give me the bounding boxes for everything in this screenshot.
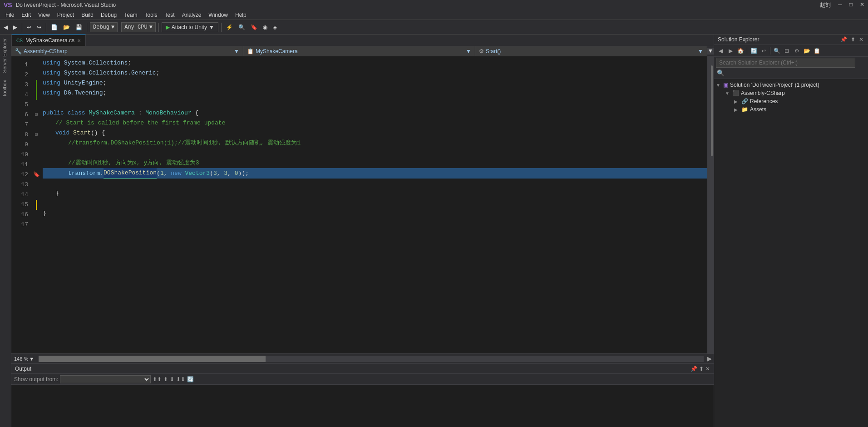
tree-item-assembly[interactable]: ▼ ⬛ Assembly-CSharp — [714, 89, 868, 97]
collapse-method-icon[interactable]: ⊟ — [35, 130, 38, 140]
toolbar-sep-4 — [158, 23, 159, 32]
output-header: Output 📌 ⬆ ✕ — [11, 364, 714, 374]
sol-back-button[interactable]: ◀ — [716, 46, 725, 55]
solution-pin-button[interactable]: 📌 — [839, 36, 848, 43]
sol-collapse-button[interactable]: ⊟ — [782, 46, 791, 55]
platform-dropdown[interactable]: Any CPU ▼ — [121, 22, 156, 32]
sol-forward-button[interactable]: ▶ — [726, 46, 735, 55]
tab-myshakecamera[interactable]: CS MyShakeCamera.cs ✕ — [11, 35, 86, 46]
toolbox-tab[interactable]: Toolbox — [0, 76, 11, 101]
output-close-button[interactable]: ✕ — [705, 366, 710, 372]
debug-config-dropdown[interactable]: Debug ▼ — [90, 22, 118, 32]
solution-dock-button[interactable]: ⬆ — [850, 36, 856, 43]
solution-search-input[interactable] — [716, 58, 855, 68]
open-button[interactable]: 📂 — [61, 23, 72, 31]
save-button[interactable]: 💾 — [74, 23, 84, 31]
assets-icon: 📁 — [741, 106, 748, 113]
horizontal-scrollbar[interactable] — [39, 356, 704, 362]
menu-project[interactable]: Project — [54, 11, 78, 19]
zoom-control[interactable]: 146 % ▼ — [11, 354, 37, 364]
solution-search-button[interactable]: 🔍 — [716, 68, 725, 78]
undo-button[interactable]: ↩ — [25, 23, 33, 31]
assets-label: Assets — [750, 106, 766, 113]
toolbar-extra-5[interactable]: ◈ — [271, 23, 279, 31]
output-toolbar-btn-5[interactable]: 🔄 — [187, 376, 194, 382]
toolbar-extra-1[interactable]: ⚡ — [224, 23, 235, 31]
sol-settings-button[interactable]: ⚙ — [792, 46, 801, 55]
output-toolbar-btn-3[interactable]: ⬇ — [170, 376, 174, 382]
nav-scroll-btn[interactable]: ▼ — [707, 48, 714, 55]
method-dropdown[interactable]: ⚙ Start() ▼ — [475, 46, 707, 56]
editor-with-scrollbar: 1 2 3 4 5 6 7 8 9 10 11 12 13 14 15 16 1… — [11, 56, 714, 353]
output-source-dropdown[interactable] — [60, 375, 151, 383]
menu-window[interactable]: Window — [205, 11, 232, 19]
menu-tools[interactable]: Tools — [141, 11, 161, 19]
sol-props-button[interactable]: 📋 — [812, 46, 821, 55]
output-pin-button[interactable]: 📌 — [690, 366, 697, 372]
menu-analyze[interactable]: Analyze — [178, 11, 205, 19]
gutter-15 — [32, 200, 41, 210]
toolbar-extra-2[interactable]: 🔍 — [237, 23, 247, 31]
horizontal-scroll-thumb[interactable] — [39, 356, 266, 362]
output-toolbar-btn-1[interactable]: ⬆⬆ — [153, 376, 162, 382]
code-line-14: } — [43, 189, 707, 199]
title-bar: VS DoTweenProject - Microsoft Visual Stu… — [0, 0, 868, 10]
menu-edit[interactable]: Edit — [18, 11, 35, 19]
scrollbar-thumb[interactable] — [711, 65, 713, 156]
scroll-right-button[interactable]: ▶ — [705, 355, 714, 362]
tree-item-solution[interactable]: ▼ ▣ Solution 'DoTweenProject' (1 project… — [714, 81, 868, 89]
collapse-class-icon[interactable]: ⊟ — [35, 110, 38, 120]
forward-button[interactable]: ▶ — [11, 23, 19, 31]
redo-button[interactable]: ↪ — [35, 23, 43, 31]
editor-scrollbar[interactable] — [707, 56, 714, 353]
gutter-13 — [32, 180, 41, 190]
menu-file[interactable]: File — [2, 11, 18, 19]
output-content — [11, 385, 714, 427]
gutter-3 — [32, 80, 41, 90]
server-explorer-tab[interactable]: Server Explorer — [0, 35, 11, 76]
tab-close-button[interactable]: ✕ — [77, 38, 81, 43]
maximize-btn[interactable]: □ — [849, 1, 853, 9]
menu-view[interactable]: View — [35, 11, 54, 19]
code-line-17 — [43, 218, 707, 228]
sol-filter-button[interactable]: 🔍 — [772, 46, 781, 55]
code-line-16: } — [43, 209, 707, 218]
code-line-9: //transform.DOShakePosition(1);//震动时间1秒,… — [43, 138, 707, 148]
code-content[interactable]: using System.Collections; using System.C… — [41, 56, 707, 353]
assembly-dropdown[interactable]: 🔧 Assembly-CSharp ▼ — [11, 46, 243, 56]
toolbar-extra-4[interactable]: ◉ — [261, 23, 269, 31]
code-line-15 — [43, 199, 707, 209]
menu-help[interactable]: Help — [232, 11, 250, 19]
output-dock-button[interactable]: ⬆ — [699, 366, 704, 372]
sol-home-button[interactable]: 🏠 — [736, 46, 745, 55]
output-toolbar-btn-2[interactable]: ⬆ — [163, 376, 168, 382]
attach-to-unity-button[interactable]: ▶ Attach to Unity ▼ — [162, 22, 218, 32]
new-file-button[interactable]: 📄 — [49, 23, 59, 31]
tree-item-assets[interactable]: ▶ 📁 Assets — [714, 105, 868, 114]
minimize-btn[interactable]: ─ — [838, 1, 842, 9]
solution-close-button[interactable]: ✕ — [858, 36, 864, 43]
code-line-2: using System.Collections.Generic; — [43, 68, 707, 78]
back-button[interactable]: ◀ — [2, 23, 10, 31]
show-output-label: Show output from: — [14, 376, 58, 382]
toolbar-extra-3[interactable]: 🔖 — [249, 23, 259, 31]
class-dropdown[interactable]: 📋 MyShakeCamera ▼ — [243, 46, 475, 56]
close-btn[interactable]: ✕ — [860, 1, 864, 9]
gutter-5 — [32, 100, 41, 110]
gutter-1 — [32, 60, 41, 70]
sol-open-file-button[interactable]: 📂 — [802, 46, 811, 55]
gutter-7 — [32, 120, 41, 130]
sol-refresh-button[interactable]: ↩ — [759, 46, 768, 55]
solution-toolbar: ◀ ▶ 🏠 🔄 ↩ 🔍 ⊟ ⚙ 📂 📋 — [714, 45, 868, 57]
gutter-2 — [32, 70, 41, 80]
code-line-11: //震动时间1秒, 方向为x, y方向, 震动强度为3 — [43, 158, 707, 168]
output-toolbar-btn-4[interactable]: ⬇⬇ — [176, 376, 185, 382]
right-panel: Solution Explorer 📌 ⬆ ✕ ◀ ▶ 🏠 🔄 ↩ 🔍 ⊟ ⚙ … — [714, 35, 868, 427]
tree-item-references[interactable]: ▶ 🔗 References — [714, 97, 868, 105]
menu-build[interactable]: Build — [78, 11, 97, 19]
sol-sync-button[interactable]: 🔄 — [749, 46, 758, 55]
output-title: Output — [15, 366, 31, 372]
menu-test[interactable]: Test — [161, 11, 178, 19]
menu-debug[interactable]: Debug — [97, 11, 120, 19]
menu-team[interactable]: Team — [120, 11, 141, 19]
